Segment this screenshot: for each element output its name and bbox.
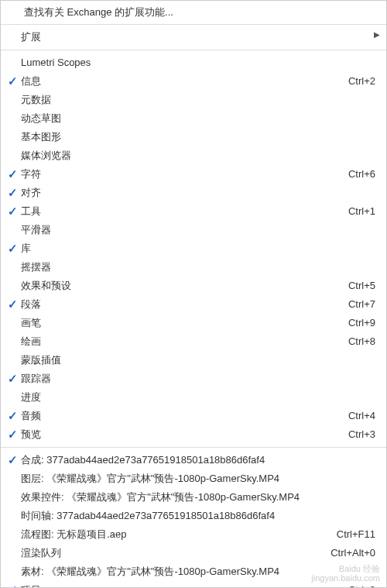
menu-item-label: 项目 bbox=[21, 583, 348, 588]
checkmark-icon: ✓ bbox=[4, 453, 21, 467]
menu-item-label: 信息 bbox=[21, 74, 348, 88]
menu-item-label: 效果控件: 《荣耀战魂》官方"武林"预告-1080p-GamerSky.MP4 bbox=[21, 490, 375, 504]
menu-item-paint[interactable]: 绘画Ctrl+8 bbox=[1, 332, 386, 351]
panels-section: Lumetri Scopes✓信息Ctrl+2元数据动态草图基本图形媒体浏览器✓… bbox=[1, 50, 386, 448]
find-extensions-menu[interactable]: 查找有关 Exchange 的扩展功能... bbox=[1, 1, 386, 25]
checkmark-icon: ✓ bbox=[4, 242, 21, 256]
menu-item-label: 流程图: 无标题项目.aep bbox=[21, 528, 337, 542]
menu-item-tools[interactable]: ✓工具Ctrl+1 bbox=[1, 202, 386, 221]
menu-item-media-browser[interactable]: 媒体浏览器 bbox=[1, 146, 386, 165]
menu-item-label: 段落 bbox=[21, 297, 348, 311]
checkmark-icon: ✓ bbox=[4, 167, 21, 181]
menu-item-label: 绘画 bbox=[21, 335, 348, 349]
menu-item-label: 合成: 377adab44aed2e73a77651918501a18b86d6… bbox=[21, 453, 375, 467]
watermark: Baidu 经验 jingyan.baidu.com bbox=[311, 564, 380, 583]
menu-item-essential-graphics[interactable]: 基本图形 bbox=[1, 128, 386, 146]
checkmark-icon: ✓ bbox=[4, 583, 21, 588]
menu-item-label: 画笔 bbox=[21, 316, 348, 330]
menu-item-label: 对齐 bbox=[21, 186, 375, 200]
menu-item-render-queue[interactable]: 渲染队列Ctrl+Alt+0 bbox=[1, 544, 386, 562]
menu-item-brushes[interactable]: 画笔Ctrl+9 bbox=[1, 314, 386, 332]
menu-item-flowchart[interactable]: 流程图: 无标题项目.aepCtrl+F11 bbox=[1, 525, 386, 544]
menu-item-label: 动态草图 bbox=[21, 112, 375, 126]
menu-item-label: 效果和预设 bbox=[21, 279, 348, 293]
checkmark-icon: ✓ bbox=[4, 205, 21, 218]
checkmark-icon: ✓ bbox=[4, 74, 21, 88]
menu-item-label: Lumetri Scopes bbox=[21, 56, 375, 70]
menu-item-progress[interactable]: 进度 bbox=[1, 388, 386, 407]
menu-item-shortcut: Ctrl+9 bbox=[348, 316, 380, 330]
menu-item-shortcut: Ctrl+6 bbox=[348, 167, 380, 181]
find-extensions-label: 查找有关 Exchange 的扩展功能... bbox=[24, 6, 173, 18]
submenu-arrow-icon: ▶ bbox=[374, 30, 380, 39]
menu-item-label: 工具 bbox=[21, 205, 348, 218]
menu-item-shortcut: Ctrl+1 bbox=[348, 205, 380, 218]
menu-item-label: 音频 bbox=[21, 409, 348, 423]
menu-item-shortcut: Ctrl+Alt+0 bbox=[330, 546, 380, 560]
menu-item-lumetri-scopes[interactable]: Lumetri Scopes bbox=[1, 53, 386, 72]
menu-item-layer[interactable]: 图层: 《荣耀战魂》官方"武林"预告-1080p-GamerSky.MP4 bbox=[1, 469, 386, 488]
menu-item-label: 预览 bbox=[21, 428, 348, 442]
menu-item-composition[interactable]: ✓合成: 377adab44aed2e73a77651918501a18b86d… bbox=[1, 451, 386, 469]
menu-item-paragraph[interactable]: ✓段落Ctrl+7 bbox=[1, 295, 386, 314]
menu-item-tracker[interactable]: ✓跟踪器 bbox=[1, 370, 386, 388]
checkmark-icon: ✓ bbox=[4, 186, 21, 200]
menu-item-shortcut: Ctrl+8 bbox=[348, 335, 380, 349]
menu-item-shortcut: Ctrl+0 bbox=[348, 583, 380, 588]
menu-item-info[interactable]: ✓信息Ctrl+2 bbox=[1, 72, 386, 91]
menu-item-label: 渲染队列 bbox=[21, 546, 330, 560]
menu-item-audio[interactable]: ✓音频Ctrl+4 bbox=[1, 407, 386, 425]
menu-item-shortcut: Ctrl+3 bbox=[348, 428, 380, 442]
menu-item-shortcut: Ctrl+F11 bbox=[337, 528, 380, 542]
menu-item-timeline[interactable]: 时间轴: 377adab44aed2e73a77651918501a18b86d… bbox=[1, 507, 386, 525]
menu-item-label: 基本图形 bbox=[21, 130, 375, 144]
extensions-menu[interactable]: 扩展 bbox=[1, 28, 386, 46]
menu-item-wiggler[interactable]: 摇摆器 bbox=[1, 258, 386, 277]
watermark-line2: jingyan.baidu.com bbox=[311, 573, 380, 583]
menu-item-label: 进度 bbox=[21, 390, 375, 404]
menu-item-smoother[interactable]: 平滑器 bbox=[1, 221, 386, 239]
checkmark-icon: ✓ bbox=[4, 428, 21, 442]
menu-item-motion-sketch[interactable]: 动态草图 bbox=[1, 109, 386, 128]
menu-item-label: 时间轴: 377adab44aed2e73a77651918501a18b86d… bbox=[21, 509, 375, 523]
menu-item-shortcut: Ctrl+7 bbox=[348, 297, 380, 311]
menu-item-label: 蒙版插值 bbox=[21, 353, 375, 367]
menu-item-label: 图层: 《荣耀战魂》官方"武林"预告-1080p-GamerSky.MP4 bbox=[21, 472, 375, 486]
menu-item-label: 跟踪器 bbox=[21, 372, 375, 386]
menu-item-label: 摇摆器 bbox=[21, 260, 375, 274]
menu-item-metadata[interactable]: 元数据 bbox=[1, 91, 386, 109]
menu-item-label: 字符 bbox=[21, 167, 348, 181]
menu-item-mask-interpolation[interactable]: 蒙版插值 bbox=[1, 351, 386, 370]
checkmark-icon: ✓ bbox=[4, 297, 21, 311]
menu-item-label: 库 bbox=[21, 242, 375, 256]
menu-item-label: 媒体浏览器 bbox=[21, 149, 375, 163]
menu-item-libraries[interactable]: ✓库 bbox=[1, 239, 386, 258]
menu-item-label: 元数据 bbox=[21, 93, 375, 107]
checkmark-icon: ✓ bbox=[4, 409, 21, 423]
menu-item-shortcut: Ctrl+5 bbox=[348, 279, 380, 293]
menu-item-label: 平滑器 bbox=[21, 223, 375, 237]
menu-item-effect-controls[interactable]: 效果控件: 《荣耀战魂》官方"武林"预告-1080p-GamerSky.MP4 bbox=[1, 488, 386, 507]
menu-item-character[interactable]: ✓字符Ctrl+6 bbox=[1, 165, 386, 184]
menu-item-align[interactable]: ✓对齐 bbox=[1, 184, 386, 202]
menu-item-effects-presets[interactable]: 效果和预设Ctrl+5 bbox=[1, 277, 386, 295]
checkmark-icon: ✓ bbox=[4, 372, 21, 386]
watermark-line1: Baidu 经验 bbox=[311, 564, 380, 573]
menu-item-preview[interactable]: ✓预览Ctrl+3 bbox=[1, 425, 386, 444]
menu-item-shortcut: Ctrl+4 bbox=[348, 409, 380, 423]
menu-item-shortcut: Ctrl+2 bbox=[348, 74, 380, 88]
extensions-label: 扩展 bbox=[21, 30, 380, 44]
